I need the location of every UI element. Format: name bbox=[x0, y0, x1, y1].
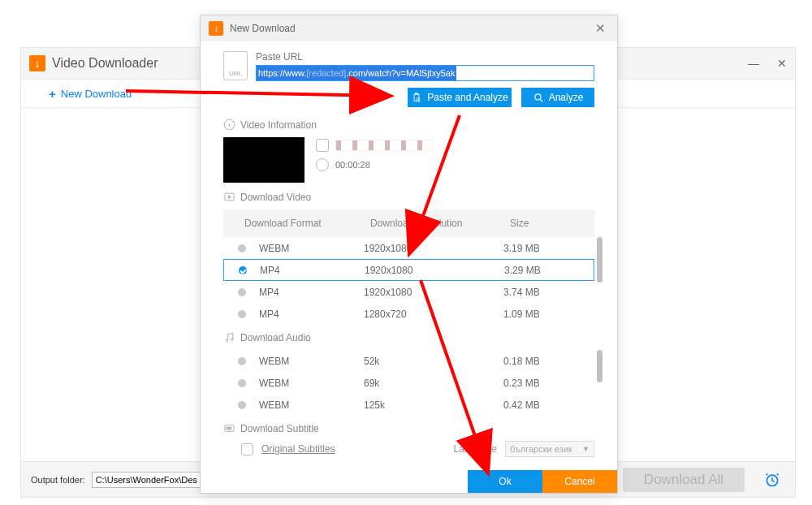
audio-format-row[interactable]: WEBM69k0.23 MB bbox=[223, 372, 594, 394]
audio-format-row[interactable]: WEBM52k0.18 MB bbox=[223, 350, 594, 372]
new-download-dialog: ↓ New Download ✕ Paste URL https://www.[… bbox=[200, 15, 618, 494]
cancel-button[interactable]: Cancel bbox=[542, 470, 617, 493]
info-icon bbox=[223, 119, 235, 131]
new-download-label: New Download bbox=[61, 88, 132, 100]
close-button[interactable]: ✕ bbox=[777, 57, 787, 70]
row-resolution: 1920x1080 bbox=[364, 287, 503, 298]
url-input-value: https://www.[redacted].com/watch?v=MAlSj… bbox=[257, 66, 456, 80]
cc-icon: CC bbox=[223, 422, 235, 434]
language-selected-value: български език bbox=[510, 444, 572, 454]
search-icon bbox=[533, 92, 544, 103]
file-icon bbox=[316, 139, 329, 152]
chevron-down-icon: ▼ bbox=[582, 445, 590, 453]
dialog-titlebar: ↓ New Download ✕ bbox=[201, 15, 617, 41]
download-video-header: Download Video bbox=[223, 191, 594, 203]
audio-format-row[interactable]: WEBM125k0.42 MB bbox=[223, 394, 594, 416]
download-subtitle-header: CC Download Subtitle bbox=[223, 422, 594, 434]
original-subtitles-label: Original Subtitles bbox=[261, 443, 335, 455]
row-format: MP4 bbox=[259, 309, 364, 320]
row-bitrate: 125k bbox=[364, 399, 503, 411]
radio-icon bbox=[238, 244, 246, 252]
app-logo-icon: ↓ bbox=[29, 55, 45, 71]
video-thumbnail bbox=[223, 137, 304, 183]
row-size: 0.18 MB bbox=[503, 356, 580, 367]
original-subtitles-checkbox[interactable] bbox=[241, 443, 253, 455]
video-format-row[interactable]: MP41920x10803.29 MB bbox=[223, 259, 594, 281]
plus-icon: + bbox=[49, 87, 56, 101]
video-title-placeholder bbox=[335, 140, 433, 151]
row-format: WEBM bbox=[259, 378, 364, 389]
dialog-title: New Download bbox=[230, 23, 296, 34]
download-all-button[interactable]: Download All bbox=[623, 468, 745, 492]
row-size: 1.09 MB bbox=[503, 309, 580, 320]
row-format: WEBM bbox=[259, 356, 364, 367]
video-icon bbox=[223, 191, 235, 203]
radio-icon bbox=[238, 357, 246, 365]
clock-icon bbox=[316, 158, 329, 171]
minimize-button[interactable]: — bbox=[748, 57, 759, 70]
language-select[interactable]: български език ▼ bbox=[505, 441, 594, 457]
svg-point-9 bbox=[231, 339, 233, 341]
row-bitrate: 52k bbox=[364, 356, 503, 367]
video-list-header: Download Format Download Resolution Size bbox=[223, 209, 594, 237]
row-size: 3.74 MB bbox=[503, 287, 580, 298]
app-title: Video Downloader bbox=[52, 56, 158, 71]
audio-icon bbox=[223, 331, 235, 343]
paste-and-analyze-button[interactable]: Paste and Analyze bbox=[408, 88, 512, 107]
row-format: WEBM bbox=[259, 243, 364, 254]
video-format-row[interactable]: MP41280x7201.09 MB bbox=[223, 303, 594, 325]
radio-icon bbox=[238, 288, 246, 296]
new-download-button[interactable]: + New Download bbox=[49, 87, 132, 101]
alarm-icon[interactable] bbox=[759, 467, 785, 493]
radio-icon bbox=[238, 310, 246, 318]
dialog-close-button[interactable]: ✕ bbox=[592, 21, 609, 36]
row-resolution: 1280x720 bbox=[364, 309, 503, 320]
row-resolution: 1920x1080 bbox=[364, 243, 503, 254]
video-duration: 00:00:28 bbox=[335, 160, 370, 170]
audio-list-scrollbar[interactable] bbox=[597, 350, 603, 382]
radio-icon bbox=[238, 379, 246, 387]
row-size: 3.29 MB bbox=[504, 265, 579, 276]
download-audio-header: Download Audio bbox=[223, 331, 594, 343]
video-format-row[interactable]: MP41920x10803.74 MB bbox=[223, 281, 594, 303]
row-format: WEBM bbox=[259, 399, 364, 411]
url-file-icon bbox=[223, 51, 248, 80]
language-label: Language bbox=[454, 443, 497, 455]
row-resolution: 1920x1080 bbox=[365, 265, 504, 276]
row-size: 0.42 MB bbox=[503, 399, 580, 411]
url-input[interactable]: https://www.[redacted].com/watch?v=MAlSj… bbox=[256, 65, 594, 81]
output-folder-input[interactable] bbox=[92, 472, 201, 488]
radio-icon bbox=[239, 266, 247, 274]
clipboard-search-icon bbox=[411, 92, 422, 103]
radio-icon bbox=[238, 401, 246, 409]
dialog-logo-icon: ↓ bbox=[209, 21, 223, 36]
ok-button[interactable]: Ok bbox=[468, 470, 542, 493]
row-size: 0.23 MB bbox=[503, 378, 580, 389]
video-information-header: Video Information bbox=[223, 119, 594, 131]
svg-point-8 bbox=[226, 339, 228, 342]
svg-text:CC: CC bbox=[227, 426, 231, 430]
paste-url-label: Paste URL bbox=[256, 51, 594, 63]
row-size: 3.19 MB bbox=[503, 243, 580, 254]
output-folder-label: Output folder: bbox=[31, 475, 85, 485]
analyze-button[interactable]: Analyze bbox=[521, 88, 594, 107]
row-format: MP4 bbox=[260, 265, 365, 276]
svg-point-2 bbox=[535, 94, 541, 100]
row-format: MP4 bbox=[259, 287, 364, 298]
video-format-row[interactable]: WEBM1920x10803.19 MB bbox=[223, 237, 594, 259]
row-bitrate: 69k bbox=[364, 378, 503, 389]
video-list-scrollbar[interactable] bbox=[597, 237, 603, 283]
dialog-footer: Ok Cancel bbox=[201, 470, 617, 493]
